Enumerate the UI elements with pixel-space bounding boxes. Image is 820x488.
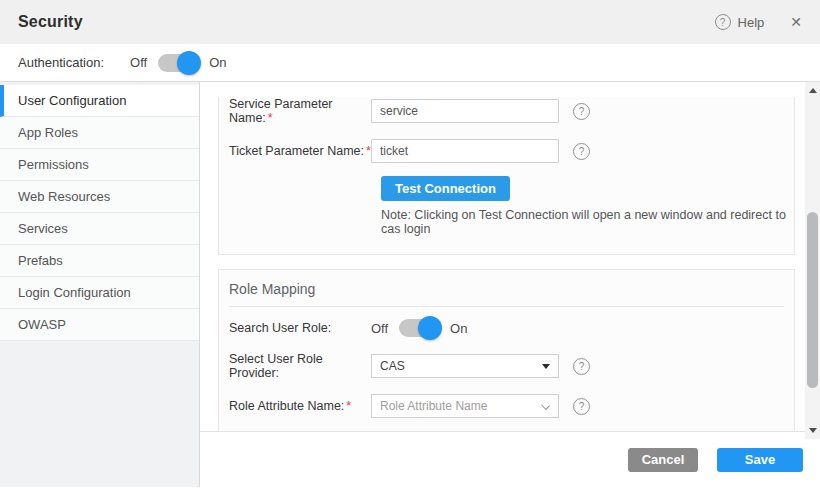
title-bar: Security ? Help ✕ [0, 0, 820, 44]
sidebar-item-permissions[interactable]: Permissions [0, 149, 199, 181]
test-connection-note: Note: Clicking on Test Connection will o… [371, 208, 794, 236]
authentication-off-label: Off [130, 55, 147, 70]
sidebar-item-login-configuration[interactable]: Login Configuration [0, 277, 199, 309]
role-provider-select[interactable]: CAS [371, 354, 559, 378]
caret-down-icon [542, 364, 550, 369]
vertical-scrollbar[interactable] [805, 82, 820, 439]
scrollable-form: Service Parameter Name:* ? Ticket Parame… [200, 82, 820, 432]
role-provider-value: CAS [380, 359, 405, 373]
scroll-up-icon[interactable] [809, 88, 817, 93]
sidebar: User Configuration App Roles Permissions… [0, 82, 200, 487]
search-user-role-toggle[interactable] [399, 319, 439, 337]
service-parameter-row: Service Parameter Name:* ? [219, 97, 794, 125]
authentication-row: Authentication: Off On [0, 44, 820, 82]
role-mapping-panel: Role Mapping Search User Role: Off On [218, 269, 795, 437]
sidebar-item-user-configuration[interactable]: User Configuration [0, 85, 199, 117]
role-attribute-combobox[interactable]: Role Attribute Name [371, 394, 559, 418]
role-provider-help-icon[interactable]: ? [573, 358, 590, 375]
main-content: Service Parameter Name:* ? Ticket Parame… [200, 82, 820, 487]
authentication-label: Authentication: [18, 55, 104, 70]
cas-parameters-panel: Service Parameter Name:* ? Ticket Parame… [218, 97, 795, 255]
footer-actions: Cancel Save [200, 431, 820, 487]
close-icon[interactable]: ✕ [790, 14, 802, 30]
sidebar-item-prefabs[interactable]: Prefabs [0, 245, 199, 277]
search-user-role-label: Search User Role: [229, 321, 371, 335]
help-icon: ? [715, 14, 731, 30]
ticket-parameter-label: Ticket Parameter Name:* [229, 144, 371, 158]
role-attribute-placeholder: Role Attribute Name [380, 399, 487, 413]
ticket-parameter-row: Ticket Parameter Name:* ? [219, 139, 794, 163]
role-provider-row: Select User Role Provider: CAS ? [219, 352, 794, 380]
service-parameter-help-icon[interactable]: ? [573, 103, 590, 120]
toggle-knob [418, 316, 442, 340]
sidebar-item-services[interactable]: Services [0, 213, 199, 245]
service-parameter-label: Service Parameter Name:* [229, 97, 371, 125]
search-user-role-off-label: Off [371, 321, 388, 336]
help-button[interactable]: ? Help [715, 14, 765, 30]
service-parameter-input[interactable] [371, 99, 559, 123]
ticket-parameter-help-icon[interactable]: ? [573, 143, 590, 160]
authentication-toggle[interactable] [158, 54, 198, 72]
scroll-down-icon[interactable] [809, 428, 817, 433]
ticket-parameter-input[interactable] [371, 139, 559, 163]
page-title: Security [18, 13, 83, 31]
toggle-knob [177, 51, 201, 75]
sidebar-item-app-roles[interactable]: App Roles [0, 117, 199, 149]
divider [229, 306, 784, 307]
search-user-role-on-label: On [450, 321, 467, 336]
security-dialog: Security ? Help ✕ Authentication: Off On… [0, 0, 820, 488]
scrollbar-thumb[interactable] [807, 212, 818, 388]
role-mapping-title: Role Mapping [219, 270, 794, 306]
chevron-down-icon [541, 401, 550, 410]
save-button[interactable]: Save [717, 448, 803, 472]
required-asterisk: * [346, 399, 351, 413]
role-attribute-label: Role Attribute Name:* [229, 399, 371, 413]
help-label: Help [738, 15, 765, 30]
role-attribute-help-icon[interactable]: ? [573, 398, 590, 415]
required-asterisk: * [268, 111, 273, 125]
cancel-button[interactable]: Cancel [628, 448, 698, 472]
search-user-role-row: Search User Role: Off On [219, 319, 794, 337]
authentication-on-label: On [209, 55, 226, 70]
sidebar-item-owasp[interactable]: OWASP [0, 309, 199, 341]
test-connection-button[interactable]: Test Connection [381, 176, 510, 201]
sidebar-item-web-resources[interactable]: Web Resources [0, 181, 199, 213]
role-provider-label: Select User Role Provider: [229, 352, 371, 380]
role-attribute-row: Role Attribute Name:* Role Attribute Nam… [219, 394, 794, 418]
